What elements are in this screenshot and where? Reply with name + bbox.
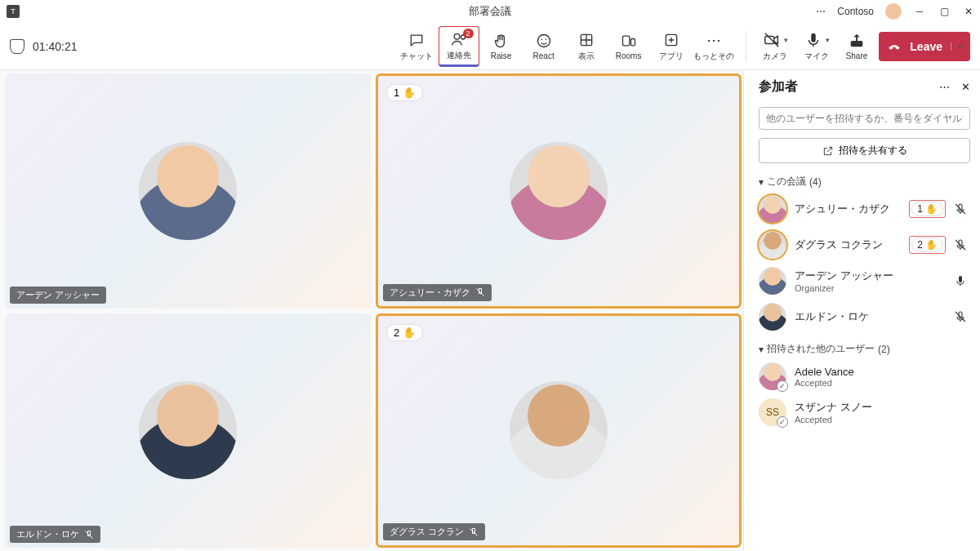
participant-avatar xyxy=(759,195,786,223)
meeting-title: 部署会議 xyxy=(469,4,511,19)
react-button[interactable]: React xyxy=(523,26,564,67)
mic-icon xyxy=(804,31,822,49)
status-accepted-icon: ✓ xyxy=(777,380,788,392)
people-badge: 2 xyxy=(463,29,474,38)
video-tile[interactable]: 2✋ ダグラス コクラン xyxy=(376,313,742,549)
share-invite-label: 招待を共有する xyxy=(839,144,907,158)
more-label: もっとその xyxy=(693,51,734,62)
participant-name: アーデン アッシャー Organizer xyxy=(795,269,946,293)
video-tile[interactable]: アーデン アッシャー xyxy=(5,73,371,309)
svg-rect-10 xyxy=(811,33,816,42)
hangup-icon xyxy=(887,39,902,54)
share-label: Share xyxy=(846,51,868,60)
user-avatar[interactable] xyxy=(885,3,902,20)
section-in-meeting[interactable]: ▾ この会議 (4) xyxy=(759,175,970,189)
minimize-button[interactable]: ─ xyxy=(913,5,926,18)
people-button[interactable]: 2 連絡先 xyxy=(439,26,479,67)
share-icon xyxy=(848,32,866,50)
hand-icon xyxy=(492,32,510,50)
rooms-label: Rooms xyxy=(616,51,642,60)
share-invite-button[interactable]: 招待を共有する xyxy=(759,138,970,163)
chevron-down-icon: ▾ xyxy=(784,36,788,44)
share-button[interactable]: Share xyxy=(841,29,873,64)
raised-hand-badge: 1✋ xyxy=(911,202,943,216)
raised-hand-badge: 2✋ xyxy=(911,238,943,252)
mic-button[interactable]: ▾ マイク xyxy=(800,28,835,65)
apps-button[interactable]: アプリ xyxy=(651,26,692,67)
svg-rect-7 xyxy=(630,39,635,46)
more-icon[interactable]: ⋯ xyxy=(816,6,826,17)
rooms-button[interactable]: Rooms xyxy=(608,26,649,67)
svg-rect-11 xyxy=(851,41,863,47)
participant-name-label: アーデン アッシャー xyxy=(10,287,106,304)
camera-label: カメラ xyxy=(763,51,787,62)
participant-row[interactable]: アーデン アッシャー Organizer xyxy=(759,267,970,295)
svg-point-2 xyxy=(537,35,550,47)
mic-off-icon xyxy=(469,527,479,537)
raised-hand-badge: 1✋ xyxy=(386,84,423,101)
participant-name: スザンナ スノー Accepted xyxy=(795,400,967,424)
svg-point-4 xyxy=(545,39,546,41)
meeting-toolbar: 01:40:21 チャット 2 連絡先 Raise React 表示 Rooms xyxy=(0,23,980,70)
leave-label: Leave xyxy=(910,40,942,53)
svg-rect-14 xyxy=(959,276,962,282)
participant-row[interactable]: アシュリー・カザク 1✋ xyxy=(759,195,970,223)
mic-off-icon xyxy=(84,530,94,540)
invite-input[interactable] xyxy=(759,107,970,130)
view-button[interactable]: 表示 xyxy=(566,26,607,67)
participant-row[interactable]: ✓ Adele Vance Accepted xyxy=(759,362,970,390)
status-label: Accepted xyxy=(795,378,967,388)
title-bar: T 部署会議 ⋯ Contoso ─ ▢ ✕ xyxy=(0,0,980,23)
participant-avatar xyxy=(139,381,237,479)
participant-avatar xyxy=(759,231,786,259)
apps-label: アプリ xyxy=(659,51,684,62)
participant-avatar xyxy=(139,142,237,240)
chevron-down-icon: ▾ xyxy=(759,344,764,355)
emoji-icon xyxy=(535,32,553,50)
status-accepted-icon: ✓ xyxy=(777,416,788,428)
mic-off-icon xyxy=(954,238,967,251)
rooms-icon xyxy=(620,32,638,50)
chat-label: チャット xyxy=(400,51,433,62)
participant-avatar xyxy=(759,267,786,295)
more-button[interactable]: ⋯ もっとその xyxy=(693,26,734,67)
mic-on-icon xyxy=(954,274,967,287)
chevron-down-icon[interactable]: ▾ xyxy=(951,42,962,51)
participant-name: エルドン・ロケ xyxy=(795,309,946,324)
chat-icon xyxy=(408,31,425,49)
video-tile[interactable]: 1✋ アシュリー・カザク xyxy=(376,73,742,309)
role-label: Organizer xyxy=(795,283,946,293)
participant-name-label: エルドン・ロケ xyxy=(10,526,100,543)
shield-icon[interactable] xyxy=(10,39,24,54)
panel-close-icon[interactable]: ✕ xyxy=(961,81,970,93)
view-label: 表示 xyxy=(578,51,595,62)
maximize-button[interactable]: ▢ xyxy=(938,5,951,18)
raise-label: Raise xyxy=(491,51,512,60)
panel-more-icon[interactable]: ⋯ xyxy=(939,81,950,93)
participant-row[interactable]: ダグラス コクラン 2✋ xyxy=(759,231,970,259)
call-timer: 01:40:21 xyxy=(33,40,78,53)
participant-name-label: アシュリー・カザク xyxy=(383,284,492,301)
leave-button[interactable]: Leave ▾ xyxy=(879,32,970,61)
svg-rect-6 xyxy=(622,36,629,46)
grid-icon xyxy=(577,31,595,49)
close-button[interactable]: ✕ xyxy=(962,5,975,18)
participant-avatar: ✓ xyxy=(759,362,786,390)
participants-panel: 参加者 ⋯ ✕ 招待を共有する ▾ この会議 (4) アシュリー・カザク 1✋ xyxy=(743,70,980,551)
participant-row[interactable]: エルドン・ロケ xyxy=(759,303,970,331)
participant-avatar: SS✓ xyxy=(759,398,786,426)
camera-button[interactable]: ▾ カメラ xyxy=(758,28,793,65)
participant-row[interactable]: SS✓ スザンナ スノー Accepted xyxy=(759,398,970,426)
mic-off-icon xyxy=(954,202,967,216)
participant-name: Adele Vance Accepted xyxy=(795,366,967,388)
raise-hand-button[interactable]: Raise xyxy=(481,26,522,67)
react-label: React xyxy=(533,51,555,60)
camera-off-icon xyxy=(763,31,781,49)
participant-avatar xyxy=(510,381,608,479)
video-tile[interactable]: エルドン・ロケ xyxy=(5,313,371,549)
section-invited[interactable]: ▾ 招待された他のユーザー (2) xyxy=(759,342,970,356)
mic-label: マイク xyxy=(804,51,829,62)
apps-icon xyxy=(662,31,680,49)
chevron-down-icon: ▾ xyxy=(826,36,830,44)
chat-button[interactable]: チャット xyxy=(396,26,437,67)
